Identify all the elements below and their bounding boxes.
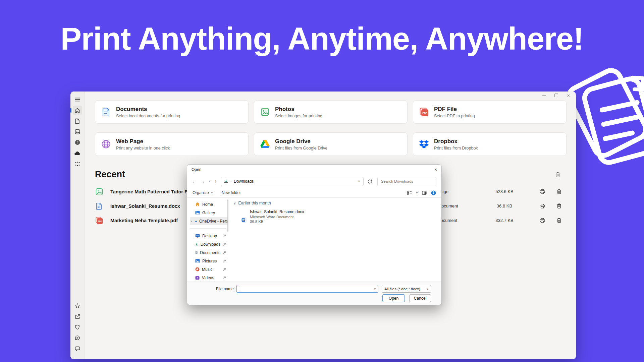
dialog-titlebar[interactable]: Open × — [187, 165, 441, 175]
view-controls: ▾ — [407, 190, 436, 195]
file-entry-name: Ishwar_Solanki_Resume.docx — [250, 209, 441, 214]
shield-icon — [75, 324, 80, 330]
sidebar-item-support[interactable] — [73, 344, 82, 353]
svg-text:PDF: PDF — [423, 112, 428, 114]
recent-title: Recent — [95, 169, 125, 180]
cancel-button-label: Cancel — [414, 296, 426, 301]
print-button[interactable] — [533, 218, 552, 223]
sidebar-item-home[interactable] — [73, 106, 82, 115]
delete-button[interactable] — [552, 203, 567, 209]
print-button[interactable] — [533, 203, 552, 209]
home-folder-icon — [195, 202, 200, 206]
home-icon — [74, 108, 80, 113]
file-entry[interactable]: W Ishwar_Solanki_Resume.docx Microsoft W… — [241, 209, 441, 224]
up-icon[interactable]: ↑ — [215, 179, 217, 184]
dots-grid-icon — [75, 162, 80, 166]
image-icon — [75, 129, 80, 134]
open-file-dialog: Open × ← → ∨ ↑ › Downloads ∨ Organize ▾ … — [187, 164, 442, 305]
filename-dropdown-icon[interactable]: ∨ — [374, 287, 376, 291]
expander-icon[interactable]: › — [191, 219, 192, 223]
file-group-header[interactable]: ∨ Earlier this month — [233, 201, 441, 205]
sidebar-item-share[interactable] — [73, 312, 82, 321]
new-folder-button[interactable]: New folder — [222, 190, 241, 195]
details-view-icon[interactable] — [407, 191, 412, 195]
card-dropbox[interactable]: Dropbox Print files from Dropbox — [413, 132, 567, 156]
file-icon — [75, 118, 80, 124]
trash-icon — [556, 218, 562, 223]
nav-item-desktop[interactable]: Desktop — [190, 232, 228, 240]
sidebar-item-google-drive[interactable] — [73, 148, 82, 158]
organize-button[interactable]: Organize — [193, 190, 209, 195]
photo-icon — [260, 107, 270, 117]
google-drive-icon — [260, 139, 270, 149]
open-button-label: Open — [389, 296, 398, 301]
close-icon[interactable]: × — [434, 167, 437, 172]
minimize-icon[interactable] — [542, 95, 546, 96]
view-caret-icon[interactable]: ▾ — [416, 191, 418, 194]
back-icon[interactable]: ← — [192, 179, 197, 184]
forward-icon[interactable]: → — [200, 179, 205, 184]
delete-button[interactable] — [552, 218, 567, 223]
cancel-button[interactable]: Cancel — [409, 294, 431, 302]
app-sidebar — [70, 92, 85, 359]
card-documents[interactable]: Documents Select local documents for pri… — [95, 100, 249, 124]
sidebar-item-webpage[interactable] — [73, 138, 82, 147]
nav-divider — [190, 228, 226, 229]
breadcrumb-location[interactable]: Downloads — [234, 179, 254, 184]
filetype-select[interactable]: All files (*.doc;*.docx) ∨ — [382, 285, 431, 293]
card-title: Documents — [116, 106, 180, 113]
sidebar-item-documents[interactable] — [73, 116, 82, 126]
refresh-icon[interactable] — [367, 179, 372, 184]
info-icon[interactable] — [431, 190, 436, 195]
pictures-folder-icon — [195, 259, 200, 263]
search-input[interactable] — [380, 179, 433, 184]
nav-item-gallery[interactable]: Gallery — [190, 208, 228, 217]
pin-icon — [223, 234, 226, 238]
card-google-drive[interactable]: Google Drive Print files from Google Dri… — [254, 132, 408, 156]
nav-item-pictures[interactable]: Pictures — [190, 257, 228, 265]
card-subtitle: Select images for printing — [275, 114, 322, 118]
trash-icon — [555, 172, 560, 178]
nav-item-documents[interactable]: Documents — [190, 248, 228, 257]
recent-locations-icon[interactable]: ∨ — [209, 180, 211, 183]
nav-item-videos[interactable]: Videos — [190, 274, 228, 282]
nav-item-label: Documents — [200, 250, 220, 255]
address-bar[interactable]: › Downloads ∨ — [221, 177, 364, 186]
pin-icon — [223, 276, 226, 280]
search-box[interactable] — [377, 177, 436, 186]
clear-all-button[interactable] — [553, 170, 562, 179]
document-icon — [101, 107, 111, 117]
sidebar-item-feedback[interactable] — [73, 333, 82, 343]
filename-label: File name: — [204, 287, 235, 291]
file-entry-size: 36.8 KB — [250, 220, 441, 224]
card-web-page[interactable]: Web Page Print any website in one click — [95, 132, 249, 156]
dialog-title: Open — [192, 167, 201, 172]
card-subtitle: Print any website in one click — [116, 146, 170, 150]
card-pdf-file[interactable]: PDF PDF File Select PDF to printing — [413, 100, 567, 124]
nav-item-music[interactable]: Music — [190, 265, 228, 274]
preview-pane-icon[interactable] — [422, 191, 427, 195]
sidebar-item-privacy[interactable] — [73, 322, 82, 332]
sidebar-item-photos[interactable] — [73, 127, 82, 136]
close-icon[interactable]: × — [567, 94, 570, 97]
nav-item-downloads[interactable]: Downloads — [190, 240, 228, 248]
sidebar-item-favorites[interactable] — [73, 301, 82, 310]
card-title: PDF File — [434, 106, 475, 113]
print-button[interactable] — [533, 189, 552, 194]
nav-item-onedrive[interactable]: › OneDrive - Pers — [190, 217, 228, 225]
web-globe-icon — [101, 139, 111, 149]
collapse-icon[interactable]: ∨ — [233, 201, 236, 205]
menu-button[interactable] — [73, 95, 82, 104]
globe-icon — [75, 140, 80, 145]
card-photos[interactable]: Photos Select images for printing — [254, 100, 408, 124]
organize-caret-icon: ▾ — [211, 191, 213, 194]
maximize-icon[interactable] — [554, 94, 558, 97]
card-title: Photos — [275, 106, 322, 113]
filename-input[interactable]: ∨ — [236, 285, 378, 293]
open-button[interactable]: Open — [382, 294, 405, 302]
nav-item-home[interactable]: Home — [190, 200, 228, 208]
sidebar-item-cloud-services[interactable] — [73, 159, 82, 169]
delete-button[interactable] — [552, 189, 567, 194]
address-dropdown-icon[interactable]: ∨ — [358, 180, 360, 183]
svg-text:W: W — [242, 219, 245, 222]
